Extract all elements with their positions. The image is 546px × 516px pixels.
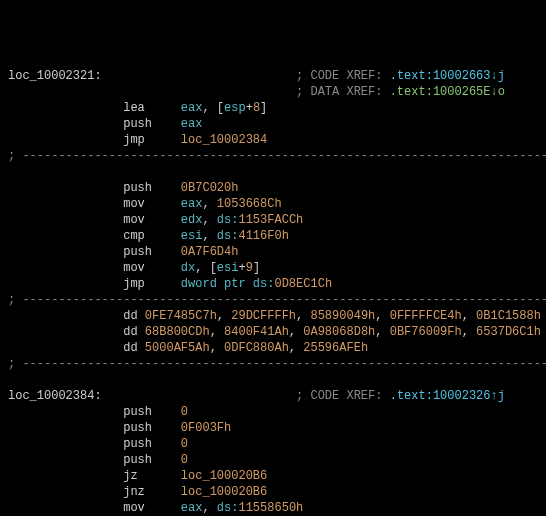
mnem: push	[123, 453, 152, 467]
data-val: 0A98068D8h	[303, 325, 375, 339]
data-val: 0FE7485C7h	[145, 309, 217, 323]
addr[interactable]: 11558650h	[238, 501, 303, 515]
ds-prefix: ds:	[217, 501, 239, 515]
xref-comment: ; CODE XREF:	[296, 389, 390, 403]
reg: eax	[181, 501, 203, 515]
data-val: 8400F41Ah	[224, 325, 289, 339]
mnem: push	[123, 181, 152, 195]
mnem: cmp	[123, 229, 145, 243]
separator: ; --------------------------------------…	[8, 357, 546, 371]
dd: dd	[123, 341, 137, 355]
reg: esp	[224, 101, 246, 115]
data-val: 0FFFFFCE4h	[390, 309, 462, 323]
ds-prefix: ds:	[217, 213, 239, 227]
imm: 0B7C020h	[181, 181, 239, 195]
reg: esi	[181, 229, 203, 243]
mnem: jnz	[123, 485, 145, 499]
separator: ; --------------------------------------…	[8, 293, 546, 307]
separator: ; --------------------------------------…	[8, 149, 546, 163]
mnem: jmp	[123, 277, 145, 291]
dd: dd	[123, 309, 137, 323]
mnem: mov	[123, 501, 145, 515]
mnem: push	[123, 405, 152, 419]
data-val: 85890049h	[310, 309, 375, 323]
mnem: jz	[123, 469, 137, 483]
mnem: lea	[123, 101, 145, 115]
xref-comment: ; CODE XREF:	[296, 69, 390, 83]
label-loc[interactable]: loc_10002384	[8, 389, 94, 403]
reg: eax	[181, 117, 203, 131]
ptr-prefix: dword ptr ds:	[181, 277, 275, 291]
addr[interactable]: 4116F0h	[238, 229, 288, 243]
data-val: 5000AF5Ah	[145, 341, 210, 355]
data-val: 6537D6C1h	[476, 325, 541, 339]
disasm-view: loc_10002321: ; CODE XREF: .text:1000266…	[8, 68, 538, 516]
mnem: push	[123, 421, 152, 435]
imm: 0	[181, 453, 188, 467]
addr[interactable]: 0D8EC1Ch	[274, 277, 332, 291]
imm: 0F003Fh	[181, 421, 231, 435]
xref-comment: ; DATA XREF:	[296, 85, 390, 99]
data-val: 68B800CDh	[145, 325, 210, 339]
mnem: mov	[123, 261, 145, 275]
imm: 9	[246, 261, 253, 275]
imm: 8	[253, 101, 260, 115]
imm: 0A7F6D4h	[181, 245, 239, 259]
dd: dd	[123, 325, 137, 339]
mnem: push	[123, 117, 152, 131]
jump-target[interactable]: loc_100020B6	[181, 485, 267, 499]
reg: esi	[217, 261, 239, 275]
imm: 0	[181, 405, 188, 419]
reg: eax	[181, 197, 203, 211]
data-val: 29DCFFFFh	[231, 309, 296, 323]
jump-target[interactable]: loc_100020B6	[181, 469, 267, 483]
data-val: 0DFC880Ah	[224, 341, 289, 355]
mnem: mov	[123, 197, 145, 211]
reg: eax	[181, 101, 203, 115]
jump-target[interactable]: loc_10002384	[181, 133, 267, 147]
xref-link[interactable]: .text:10002663↓j	[390, 69, 505, 83]
mnem: jmp	[123, 133, 145, 147]
addr[interactable]: 1153FACCh	[238, 213, 303, 227]
reg: edx	[181, 213, 203, 227]
reg: dx	[181, 261, 195, 275]
label-loc[interactable]: loc_10002321	[8, 69, 94, 83]
data-val: 25596AFEh	[303, 341, 368, 355]
data-val: 0B1C1588h	[476, 309, 541, 323]
xref-link[interactable]: .text:1000265E↓o	[390, 85, 505, 99]
data-val: 0BF76009Fh	[390, 325, 462, 339]
mnem: mov	[123, 213, 145, 227]
ds-prefix: ds:	[217, 229, 239, 243]
imm: 1053668Ch	[217, 197, 282, 211]
xref-link[interactable]: .text:10002326↑j	[390, 389, 505, 403]
mnem: push	[123, 437, 152, 451]
mnem: push	[123, 245, 152, 259]
imm: 0	[181, 437, 188, 451]
